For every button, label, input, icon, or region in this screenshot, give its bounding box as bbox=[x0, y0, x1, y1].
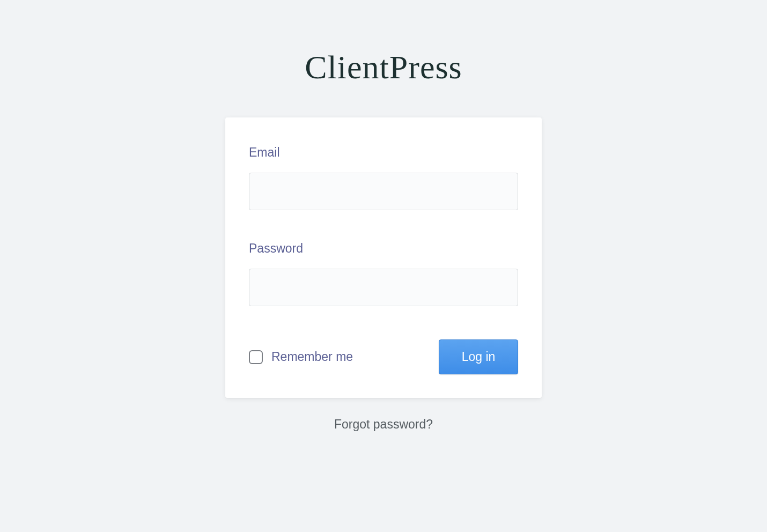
password-group: Password bbox=[249, 241, 518, 306]
email-group: Email bbox=[249, 145, 518, 210]
remember-checkbox[interactable] bbox=[249, 350, 263, 364]
remember-wrap: Remember me bbox=[249, 350, 353, 364]
password-input[interactable] bbox=[249, 269, 518, 306]
forgot-password-wrap: Forgot password? bbox=[334, 417, 433, 432]
login-button[interactable]: Log in bbox=[439, 339, 518, 374]
login-card: Email Password Remember me Log in bbox=[225, 117, 542, 398]
remember-label[interactable]: Remember me bbox=[271, 350, 353, 364]
logo: ClientPress bbox=[305, 48, 462, 86]
email-input[interactable] bbox=[249, 173, 518, 210]
password-label: Password bbox=[249, 241, 518, 256]
card-footer: Remember me Log in bbox=[249, 339, 518, 374]
email-label: Email bbox=[249, 145, 518, 160]
forgot-password-link[interactable]: Forgot password? bbox=[334, 417, 433, 431]
logo-text: ClientPress bbox=[305, 49, 462, 85]
